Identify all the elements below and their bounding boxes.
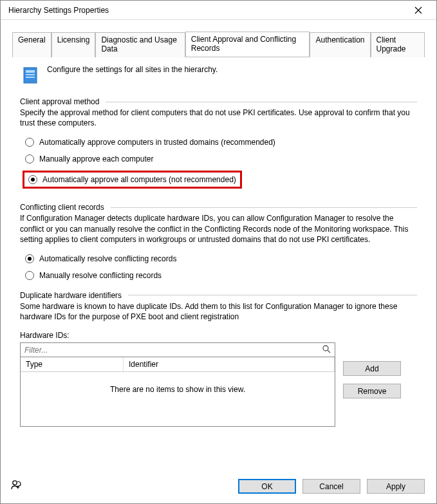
section-approval: Client approval method Specify the appro… bbox=[20, 97, 417, 192]
svg-rect-1 bbox=[26, 70, 35, 73]
apply-button[interactable]: Apply bbox=[367, 479, 425, 494]
section-conflict: Conflicting client records If Configurat… bbox=[20, 203, 417, 281]
footer: OK Cancel Apply bbox=[1, 472, 436, 503]
tab-licensing[interactable]: Licensing bbox=[51, 32, 96, 57]
approval-opt-trusted[interactable]: Automatically approve computers in trust… bbox=[23, 137, 417, 147]
tab-client-approval[interactable]: Client Approval and Conflicting Records bbox=[185, 32, 310, 57]
filter-row bbox=[20, 342, 335, 357]
radio-label: Automatically resolve conflicting record… bbox=[39, 254, 176, 263]
radio-icon bbox=[25, 154, 34, 163]
radio-icon bbox=[28, 175, 37, 184]
radio-icon bbox=[25, 254, 34, 263]
conflict-title: Conflicting client records bbox=[20, 203, 417, 212]
hw-list: Type Identifier There are no items to sh… bbox=[20, 357, 335, 427]
add-button[interactable]: Add bbox=[343, 361, 401, 376]
svg-line-5 bbox=[328, 350, 330, 353]
dup-title: Duplicate hardware identifiers bbox=[20, 291, 417, 300]
radio-icon bbox=[25, 138, 34, 147]
radio-label: Automatically approve computers in trust… bbox=[39, 138, 275, 147]
col-type[interactable]: Type bbox=[21, 357, 124, 371]
tab-diagnostic[interactable]: Diagnostic and Usage Data bbox=[95, 32, 185, 57]
radio-label: Manually approve each computer bbox=[39, 154, 153, 163]
cancel-button[interactable]: Cancel bbox=[302, 479, 360, 494]
search-icon[interactable] bbox=[322, 344, 331, 355]
svg-rect-2 bbox=[26, 74, 35, 75]
hierarchy-icon bbox=[20, 65, 41, 86]
dup-desc: Some hardware is known to have duplicate… bbox=[20, 301, 417, 322]
svg-point-4 bbox=[323, 346, 328, 351]
hw-ids-label: Hardware IDs: bbox=[20, 331, 417, 340]
tab-bar: General Licensing Diagnostic and Usage D… bbox=[12, 32, 425, 57]
svg-rect-3 bbox=[26, 77, 35, 78]
approval-desc: Specify the approval method for client c… bbox=[20, 107, 417, 128]
radio-icon bbox=[25, 271, 34, 280]
intro-row: Configure the settings for all sites in … bbox=[20, 65, 417, 86]
intro-text: Configure the settings for all sites in … bbox=[47, 65, 218, 74]
approval-opt-manual[interactable]: Manually approve each computer bbox=[23, 154, 417, 164]
close-icon bbox=[414, 6, 422, 14]
feedback-icon[interactable] bbox=[10, 478, 23, 494]
section-duplicate: Duplicate hardware identifiers Some hard… bbox=[20, 291, 417, 427]
conflict-opt-manual[interactable]: Manually resolve conflicting records bbox=[23, 270, 417, 281]
tab-general[interactable]: General bbox=[12, 32, 51, 57]
col-identifier[interactable]: Identifier bbox=[124, 357, 335, 371]
list-header: Type Identifier bbox=[21, 357, 335, 372]
window-title: Hierarchy Settings Properties bbox=[8, 6, 405, 15]
list-empty-text: There are no items to show in this view. bbox=[21, 372, 335, 426]
close-button[interactable] bbox=[405, 1, 431, 19]
tab-authentication[interactable]: Authentication bbox=[310, 32, 370, 57]
approval-title: Client approval method bbox=[20, 97, 417, 106]
radio-label: Automatically approve all computers (not… bbox=[42, 175, 236, 184]
radio-label: Manually resolve conflicting records bbox=[39, 271, 162, 280]
svg-point-6 bbox=[13, 481, 17, 485]
filter-input[interactable] bbox=[24, 346, 322, 355]
conflict-opt-auto[interactable]: Automatically resolve conflicting record… bbox=[23, 254, 417, 264]
tab-client-upgrade[interactable]: Client Upgrade bbox=[371, 32, 425, 57]
approval-opt-all[interactable]: Automatically approve all computers (not… bbox=[23, 171, 242, 189]
ok-button[interactable]: OK bbox=[238, 479, 296, 494]
remove-button[interactable]: Remove bbox=[343, 384, 401, 398]
conflict-desc: If Configuration Manager detects duplica… bbox=[20, 213, 417, 245]
titlebar: Hierarchy Settings Properties bbox=[1, 1, 436, 20]
